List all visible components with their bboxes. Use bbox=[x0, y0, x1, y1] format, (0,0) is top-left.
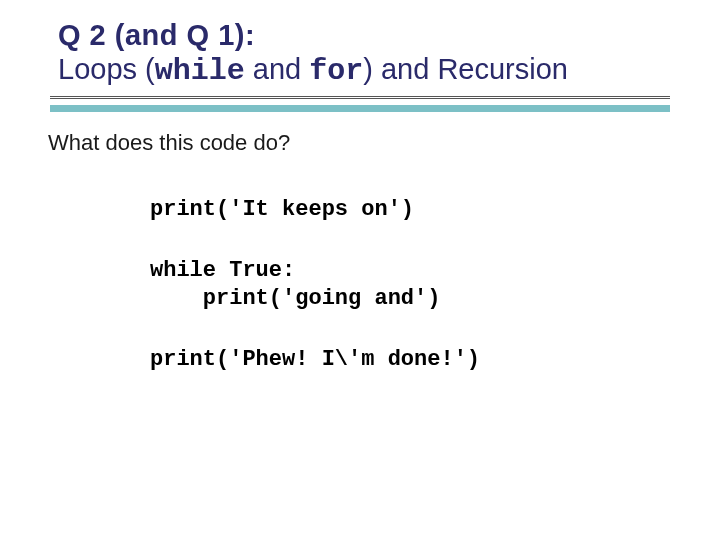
question-text: What does this code do? bbox=[48, 130, 690, 156]
title-and: and bbox=[245, 53, 310, 85]
code-line-3: print('going and') bbox=[150, 285, 690, 313]
code-line-1: print('It keeps on') bbox=[150, 196, 690, 224]
title-line-1: Q 2 (and Q 1): bbox=[58, 18, 690, 52]
slide-title: Q 2 (and Q 1): Loops (while and for) and… bbox=[58, 18, 690, 90]
divider-bottom bbox=[50, 105, 670, 112]
divider-top bbox=[50, 96, 670, 103]
code-chunk-while: while True: print('going and') bbox=[150, 257, 690, 312]
code-block: print('It keeps on') while True: print('… bbox=[150, 196, 690, 374]
title-for-keyword: for bbox=[309, 54, 363, 88]
title-divider bbox=[50, 96, 670, 112]
title-close-recursion: ) and Recursion bbox=[363, 53, 568, 85]
code-line-4: print('Phew! I\'m done!') bbox=[150, 346, 690, 374]
title-q2: Q 2 (and Q 1) bbox=[58, 19, 245, 51]
title-while-keyword: while bbox=[155, 54, 245, 88]
title-line-2: Loops (while and for) and Recursion bbox=[58, 52, 690, 89]
slide: Q 2 (and Q 1): Loops (while and for) and… bbox=[0, 0, 720, 540]
title-loops-open: Loops ( bbox=[58, 53, 155, 85]
title-colon: : bbox=[245, 19, 255, 51]
code-line-2: while True: bbox=[150, 257, 690, 285]
